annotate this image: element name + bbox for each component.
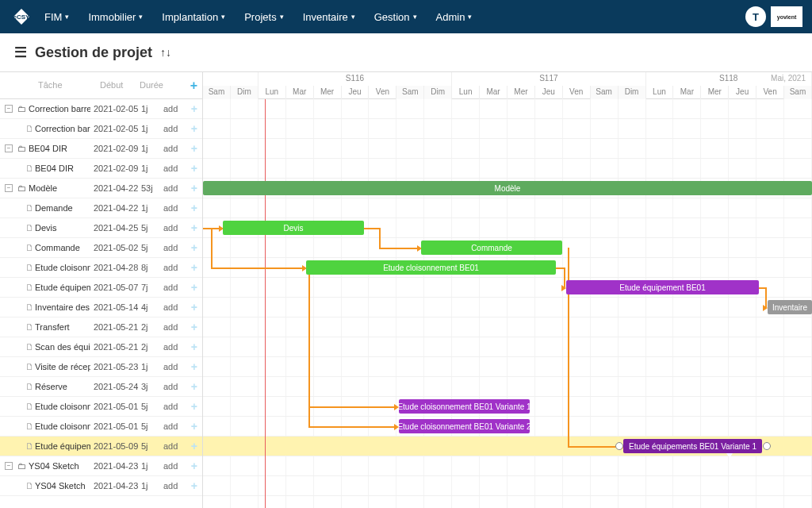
- dependency-line: [379, 248, 419, 249]
- plus-icon[interactable]: +: [191, 221, 197, 234]
- add-task-icon[interactable]: +: [190, 79, 197, 93]
- task-row[interactable]: 🗋Transfert2021-05-212jadd+: [0, 318, 202, 337]
- collapse-icon[interactable]: −: [5, 144, 13, 152]
- add-subtask-link[interactable]: add: [163, 461, 178, 471]
- nav-immobilier[interactable]: Immobilier▾: [80, 5, 151, 29]
- task-duration: 1j: [141, 481, 160, 491]
- dependency-line: [308, 406, 396, 408]
- add-subtask-link[interactable]: add: [163, 441, 178, 451]
- task-row[interactable]: 🗋Demande2021-04-221jadd+: [0, 198, 202, 218]
- nav-inventaire[interactable]: Inventaire▾: [295, 5, 363, 29]
- task-row[interactable]: −🗀Modèle2021-04-2253jadd+: [0, 179, 202, 198]
- gantt-bar[interactable]: Etude cloisonnement BE01: [306, 260, 556, 275]
- task-row[interactable]: 🗋Scan des équipem2021-05-212jadd+: [0, 337, 202, 357]
- nav-implantation[interactable]: Implantation▾: [154, 5, 233, 29]
- plus-icon[interactable]: +: [191, 479, 197, 492]
- nav-admin[interactable]: Admin▾: [428, 5, 481, 29]
- add-subtask-link[interactable]: add: [163, 342, 178, 352]
- task-row[interactable]: 🗋Etude équipement2021-05-095jadd+: [0, 437, 202, 456]
- gantt-bar[interactable]: Etude équipement BE01: [566, 280, 759, 294]
- plus-icon[interactable]: +: [191, 182, 197, 194]
- plus-icon[interactable]: +: [191, 301, 197, 314]
- add-subtask-link[interactable]: add: [163, 144, 178, 153]
- add-subtask-link[interactable]: add: [163, 104, 178, 114]
- menu-icon[interactable]: ☰: [14, 44, 27, 61]
- day-label: Jeu: [535, 86, 563, 99]
- plus-icon[interactable]: +: [191, 360, 197, 373]
- task-row[interactable]: −🗀Correction barre app2021-02-051jadd+: [0, 99, 202, 119]
- plus-icon[interactable]: +: [191, 281, 197, 294]
- plus-icon[interactable]: +: [191, 380, 197, 393]
- plus-icon[interactable]: +: [191, 241, 197, 254]
- plus-icon[interactable]: +: [191, 202, 197, 214]
- add-subtask-link[interactable]: add: [163, 283, 178, 292]
- nav-projets[interactable]: Projets▾: [236, 5, 291, 29]
- gantt-bar[interactable]: Etude cloisonnement BE01 Variante 2: [399, 419, 530, 433]
- task-start: 2021-02-09: [94, 144, 141, 153]
- add-subtask-link[interactable]: add: [163, 322, 178, 332]
- logo[interactable]: eCSY: [10, 5, 33, 29]
- plus-icon[interactable]: +: [191, 460, 197, 472]
- add-subtask-link[interactable]: add: [163, 362, 178, 371]
- collapse-icon[interactable]: −: [5, 105, 13, 113]
- sort-icon[interactable]: ↑↓: [160, 46, 171, 59]
- plus-icon[interactable]: +: [191, 142, 197, 155]
- gantt-bar[interactable]: Etude cloisonnement BE01 Variante 1: [399, 399, 530, 414]
- add-subtask-link[interactable]: add: [163, 223, 178, 233]
- add-subtask-link[interactable]: add: [163, 124, 178, 133]
- task-row[interactable]: 🗋YS04 Sketch2021-04-231jadd+: [0, 476, 202, 496]
- add-subtask-link[interactable]: add: [163, 263, 178, 272]
- gantt-bar-selected[interactable]: Etude équipements BE01 Variante 1: [623, 439, 762, 453]
- plus-icon[interactable]: +: [191, 102, 197, 115]
- task-row[interactable]: 🗋Visite de réception2021-05-231jadd+: [0, 357, 202, 377]
- chevron-down-icon: ▾: [65, 13, 69, 21]
- task-row[interactable]: 🗋Réserve2021-05-243jadd+: [0, 377, 202, 397]
- brand-badge[interactable]: yovient: [771, 6, 802, 27]
- gantt-chart[interactable]: Modèle Devis Commande Etude cloisonnemen…: [203, 99, 812, 508]
- task-row[interactable]: 🗋Etude cloisonnemen2021-04-288jadd+: [0, 258, 202, 278]
- add-subtask-link[interactable]: add: [163, 243, 178, 252]
- resize-handle-right[interactable]: [763, 442, 771, 450]
- task-row[interactable]: 🗋Etude équipement2021-05-077jadd+: [0, 278, 202, 298]
- task-row[interactable]: 🗋Etude cloisonnemen2021-05-015jadd+: [0, 397, 202, 417]
- add-subtask-link[interactable]: add: [163, 302, 178, 312]
- task-row[interactable]: 🗋Devis2021-04-255jadd+: [0, 218, 202, 238]
- task-start: 2021-04-22: [94, 183, 141, 193]
- avatar[interactable]: T: [745, 6, 766, 27]
- gantt-bar[interactable]: Inventaire: [768, 300, 812, 314]
- day-label: Ven: [369, 86, 396, 99]
- gantt-bar[interactable]: Devis: [223, 221, 364, 235]
- nav-fim[interactable]: FIM▾: [36, 5, 77, 29]
- plus-icon[interactable]: +: [191, 261, 197, 274]
- collapse-icon[interactable]: −: [5, 184, 13, 192]
- gantt-bar[interactable]: Commande: [421, 241, 562, 255]
- timeline-panel[interactable]: Mai, 2021 S116S117S118 SamDimLunMarMerJe…: [203, 72, 812, 508]
- add-subtask-link[interactable]: add: [163, 203, 178, 213]
- plus-icon[interactable]: +: [191, 440, 197, 452]
- resize-handle-left[interactable]: [615, 442, 623, 450]
- plus-icon[interactable]: +: [191, 162, 197, 175]
- nav-gestion[interactable]: Gestion▾: [366, 5, 425, 29]
- task-row[interactable]: −🗀YS04 Sketch2021-04-231jadd+: [0, 456, 202, 476]
- add-subtask-link[interactable]: add: [163, 183, 178, 193]
- task-row[interactable]: 🗋BE04 DIR2021-02-091jadd+: [0, 159, 202, 179]
- plus-icon[interactable]: +: [191, 341, 197, 353]
- add-subtask-link[interactable]: add: [163, 481, 178, 491]
- plus-icon[interactable]: +: [191, 400, 197, 413]
- collapse-icon[interactable]: −: [5, 462, 13, 470]
- task-row[interactable]: 🗋Inventaire des mo2021-05-144jadd+: [0, 298, 202, 318]
- plus-icon[interactable]: +: [191, 122, 197, 135]
- add-subtask-link[interactable]: add: [163, 164, 178, 173]
- task-row[interactable]: 🗋Etude cloisonnemen2021-05-015jadd+: [0, 417, 202, 437]
- dependency-line: [379, 228, 381, 248]
- add-subtask-link[interactable]: add: [163, 421, 178, 431]
- add-subtask-link[interactable]: add: [163, 382, 178, 391]
- task-row[interactable]: −🗀BE04 DIR2021-02-091jadd+: [0, 139, 202, 159]
- task-row[interactable]: 🗋Correction barre a2021-02-051jadd+: [0, 119, 202, 139]
- add-subtask-link[interactable]: add: [163, 402, 178, 411]
- gantt-bar-summary[interactable]: Modèle: [203, 181, 812, 195]
- task-row[interactable]: 🗋Commande2021-05-025jadd+: [0, 238, 202, 258]
- plus-icon[interactable]: +: [191, 420, 197, 433]
- plus-icon[interactable]: +: [191, 321, 197, 333]
- task-name: Etude cloisonnemen: [35, 402, 90, 411]
